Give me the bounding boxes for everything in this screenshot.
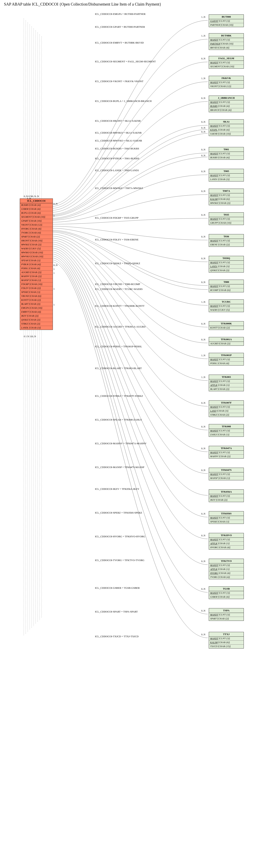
target-table-header: T059Q	[209, 256, 243, 261]
target-field: HVORG [CHAR (4)]	[209, 546, 243, 549]
relationship-label: ICL_CDDOCOI-EMGPA = BUT000-PARTNER	[95, 12, 145, 16]
target-field: BUKRS [CHAR (4)]	[209, 104, 243, 108]
relationship-label: ICL_CDDOCOI-IKEY = TFK056A-IKEY	[95, 488, 139, 491]
target-field: MANDT [CLNT (3)]	[209, 358, 243, 362]
source-field: MAHNV [CHAR (2)]	[20, 275, 53, 278]
source-field: PERSL [CHAR (4)]	[20, 267, 53, 271]
target-table-header: TSPA	[209, 608, 243, 613]
relationship-label: ICL_CDDOCOI-MWSKZ = T007A-MWSKZ	[95, 187, 143, 190]
target-table-header: TFK003	[209, 375, 243, 379]
source-field: TVORG [CHAR (4)]	[20, 231, 53, 235]
relationship-label: ICL_CDDOCOI-VKONT = FKKVK-VKONT	[95, 80, 143, 83]
target-table-t005: T005MANDT [CLNT (3)]LAND1 [CHAR (3)]	[209, 169, 244, 182]
target-field: TVORG [CHAR (4)]	[209, 575, 243, 579]
target-field: MANDT [CLNT (3)]	[209, 174, 243, 178]
target-field: MANDT [CLNT (3)]	[209, 613, 243, 617]
source-field: SEGMENT [CHAR (10)]	[20, 215, 53, 219]
relationship-label: ICL_CDDOCOI-SPART = TSPA-SPART	[95, 610, 138, 613]
cardinality-right: 0..N	[201, 170, 205, 173]
target-table-header: T036	[209, 234, 243, 239]
target-table-header: TFK008	[209, 424, 243, 429]
target-table-but000: BUT000CLIENT [CLNT (3)]PARTNER [CHAR (10…	[209, 14, 244, 27]
target-table-header: TCURC	[209, 300, 243, 304]
relationship-label: ICL_CDDOCOI-QSSKZ = T059Q-QSSKZ	[95, 262, 140, 265]
relationship-label: ICL_CDDOCOI-BLART = TFK003-BLART	[95, 367, 142, 370]
target-table-header: TFK001P	[209, 353, 243, 358]
source-field: MWSKO [CHAR (10)]	[20, 251, 53, 255]
target-table-but0bk: BUT0BKMANDT [CLNT (3)]PARTNER [CHAR (10)…	[209, 33, 244, 50]
relationship-label: ICL_CDDOCOI-SPERZ = TFK056S-SPERZ	[95, 511, 142, 514]
source-field: HKONT [CHAR (10)]	[20, 239, 53, 243]
source-cardinality-mid: 1..N	[27, 197, 31, 200]
target-field: APPLK [CHAR (1)]	[209, 567, 243, 571]
target-field: BUKRS [CHAR (4)]	[209, 156, 243, 159]
source-cardinality-0n-a: 0..N	[54, 264, 58, 267]
relationship-label: ICL_CDDOCOI-HKONT = SKA1-SAKNR	[95, 119, 141, 123]
target-field: MANDT [CLNT (3)]	[209, 239, 243, 243]
target-table-header: TGSB	[209, 587, 243, 591]
target-table-tfk047a: TFK047AMANDT [CLNT (3)]MAHNV [CHAR (2)]	[209, 446, 244, 459]
relationship-label: ICL_CDDOCOI-TXJCD = TTXJ-TXJCD	[95, 635, 138, 638]
cardinality-right: 1..N	[201, 34, 205, 37]
relationship-label: ICL_CDDOCOI-VBUND = T880-RCOMP	[95, 283, 140, 286]
target-field: PERSL [CHAR (4)]	[209, 362, 243, 365]
target-field: MANDT [CLNT (3)]	[209, 472, 243, 476]
relationship-label: ICL_CDDOCOI-HVORG = TFKHVO-HVORG	[95, 535, 145, 538]
target-field: TXJCD [CHAR (15)]	[209, 645, 243, 648]
cardinality-right: 0..N	[201, 235, 205, 238]
target-field: SPART [CHAR (2)]	[209, 617, 243, 621]
target-field: MANDT [CLNT (3)]	[209, 379, 243, 383]
target-field: MANDT [CLNT (3)]	[209, 304, 243, 308]
cardinality-right: 0..N	[201, 257, 205, 260]
target-table-header: SKA1	[209, 120, 243, 124]
page-title: SAP ABAP table ICL_CDDOCOI {Open Collect…	[0, 0, 262, 6]
cardinality-right: 0..N	[201, 469, 205, 472]
target-table-header: BUT000	[209, 14, 243, 19]
source-field: VBUND [CHAR (6)]	[20, 294, 53, 298]
target-field: PARTNER [CHAR (10)]	[209, 23, 243, 27]
target-field: WAERS [CUKY (5)]	[209, 308, 243, 312]
source-field: EMGPA [CHAR (10)]	[20, 306, 53, 310]
target-field: APPLK [CHAR (1)]	[209, 383, 243, 387]
target-table-tfk056s: TFK056SMANDT [CLNT (3)]SPERZ [CHAR (1)]	[209, 511, 244, 524]
cardinality-right: 0..N	[201, 338, 205, 341]
cardinality-right: 1..N	[201, 77, 205, 80]
target-field: MANDT [CLNT (3)]	[209, 124, 243, 128]
target-table-tfk000k: TFK000KKONTT [CHAR (2)]	[209, 321, 244, 330]
relationship-label: ICL_CDDOCOI-MWSKO = SKA1-SAKNR	[95, 131, 142, 134]
relationship-label: ICL_CDDOCOI-MAHNV = TFK047A-MAHNV	[95, 442, 146, 445]
target-field: QSSKZ [CHAR (2)]	[209, 269, 243, 272]
target-table-ttxj: TTXJMANDT [CLNT (3)]KALSM [CHAR (6)]TXJC…	[209, 632, 244, 649]
target-table-header: TTXJ	[209, 632, 243, 637]
cardinality-right: 0..N	[201, 402, 205, 404]
target-table-tfk001a: TFK001AAUGRD [CHAR (2)]	[209, 337, 244, 346]
target-table-tfkhvo: TFKHVOMANDT [CLNT (3)]APPLK [CHAR (1)]HV…	[209, 533, 244, 550]
source-field: LANDL [CHAR (3)]	[20, 326, 53, 330]
source-field: BUPLA [CHAR (4)]	[20, 211, 53, 215]
target-table-tcurc: TCURCMANDT [CLNT (3)]WAERS [CUKY (5)]	[209, 300, 244, 312]
source-cardinality-top: 0..N 0 N0..N..N	[24, 195, 39, 198]
target-field: MANDT [CLNT (3)]	[209, 217, 243, 221]
relationship-label: ICL_CDDOCOI-EMBVT = BUT0BK-BKVID	[95, 41, 144, 44]
source-field: VKONT [CHAR (12)]	[20, 223, 53, 227]
source-cardinality-1-b: 1	[54, 272, 55, 275]
relationship-label: ICL_CDDOCOI-KONTT = TFK000K-KONTT	[95, 304, 144, 308]
source-field: SPZAH [CHAR (1)]	[20, 259, 53, 262]
target-table-header: T005	[209, 169, 243, 174]
target-table-header: J_1BBRANCH	[209, 96, 243, 100]
target-table-header: TFK047S	[209, 468, 243, 472]
target-field: BLART [CHAR (2)]	[209, 387, 243, 391]
cardinality-right: 0..N	[201, 425, 205, 428]
target-table-tfk008: TFK008MANDT [CLNT (3)]ZAHLS [CHAR (1)]	[209, 424, 244, 437]
relationship-label: ICL_CDDOCOI-MWVKO = SKA1-SAKNR	[95, 139, 142, 142]
target-table-tgsb: TGSBMANDT [CLNT (3)]GSBER [CHAR (4)]	[209, 586, 244, 599]
source-field: BUKRS [CHAR (4)]	[20, 203, 53, 207]
target-field: BRANCH [CHAR (4)]	[209, 108, 243, 112]
source-cardinality-1-d: 1	[54, 303, 55, 306]
cardinality-right: 0..N	[201, 609, 205, 612]
target-field: SAKNR [CHAR (10)]	[209, 132, 243, 136]
source-field: EMBVT [CHAR (4)]	[20, 310, 53, 314]
target-table-t059q: T059QMANDT [CLNT (3)]LAND1 [CHAR (3)]QSS…	[209, 256, 244, 273]
source-field: HVORG [CHAR (4)]	[20, 227, 53, 231]
relationship-label: ICL_CDDOCOI-GSBER = TGSB-GSBER	[95, 586, 140, 590]
